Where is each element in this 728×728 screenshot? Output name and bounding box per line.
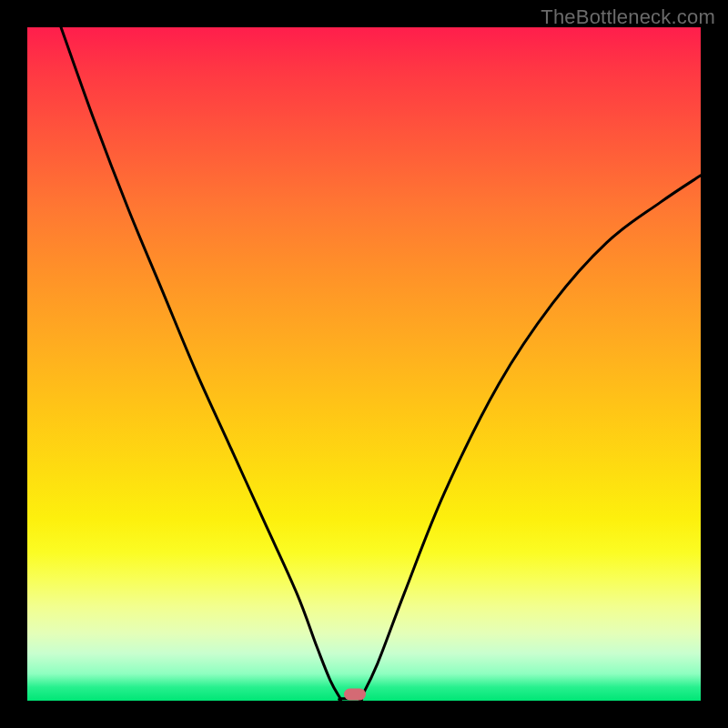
chart-frame: TheBottleneck.com	[0, 0, 728, 728]
minimum-marker	[344, 688, 366, 700]
bottleneck-curve	[27, 27, 701, 701]
watermark-text: TheBottleneck.com	[541, 5, 715, 29]
plot-area	[27, 27, 701, 701]
